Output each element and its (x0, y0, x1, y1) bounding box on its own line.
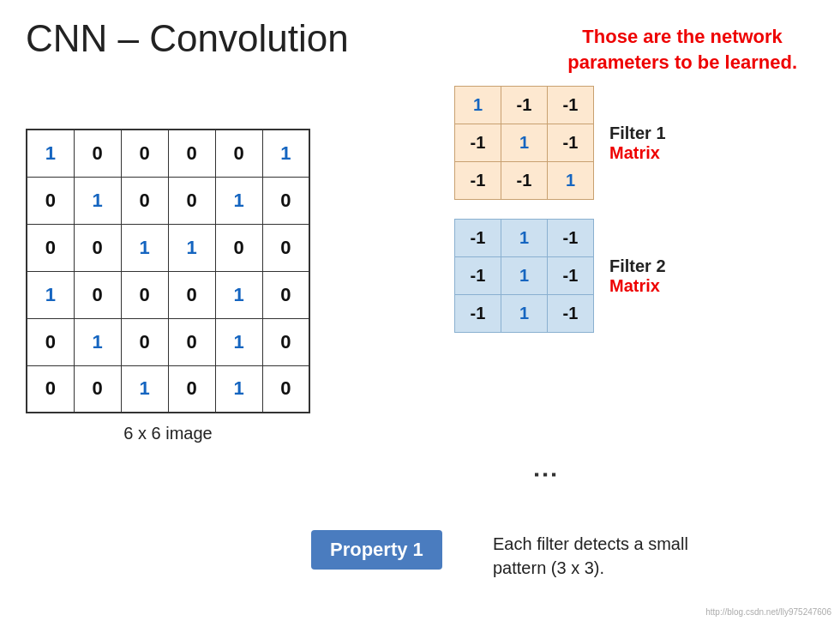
image-grid-cell: 1 (262, 130, 309, 177)
image-grid-cell: 1 (168, 224, 215, 271)
filter1-cell: 1 (501, 124, 548, 162)
filter1-cell: 1 (548, 162, 594, 200)
image-grid-cell: 0 (262, 318, 309, 365)
network-params-line2: parameters to be learned. (567, 51, 797, 73)
image-grid: 100001010010001100100010010010001010 (26, 129, 310, 413)
property-badge: Property 1 (311, 530, 442, 570)
image-grid-cell: 0 (168, 177, 215, 224)
image-grid-cell: 0 (27, 224, 74, 271)
image-grid-cell: 0 (27, 318, 74, 365)
image-grid-cell: 1 (215, 318, 262, 365)
image-grid-cell: 0 (262, 224, 309, 271)
filter1-cell: -1 (548, 87, 594, 124)
image-grid-cell: 1 (27, 130, 74, 177)
image-grid-label: 6 x 6 image (26, 424, 310, 443)
image-grid-cell: 0 (121, 271, 168, 318)
image-grid-cell: 1 (121, 224, 168, 271)
filter2-matrix-label: Matrix (609, 276, 666, 296)
filter1-label: Filter 1 Matrix (609, 124, 666, 163)
image-grid-container: 100001010010001100100010010010001010 6 x… (26, 129, 310, 443)
filter1-cell: -1 (548, 124, 594, 162)
image-grid-cell: 1 (121, 365, 168, 413)
image-grid-cell: 0 (74, 130, 121, 177)
filter1-cell: 1 (455, 87, 501, 124)
image-grid-cell: 0 (74, 271, 121, 318)
page-title: CNN – Convolution (26, 17, 349, 60)
filter2-cell: -1 (455, 295, 501, 333)
filter1-cell: -1 (455, 124, 501, 162)
image-grid-cell: 1 (215, 177, 262, 224)
filter1-block: 1-1-1-11-1-1-11 Filter 1 Matrix (454, 86, 666, 200)
image-grid-cell: 0 (262, 365, 309, 413)
filter1-name: Filter 1 (609, 124, 666, 143)
image-grid-cell: 0 (215, 130, 262, 177)
image-grid-cell: 1 (74, 318, 121, 365)
property-desc-line1: Each filter detects a small (493, 534, 688, 553)
filter2-cell: -1 (548, 295, 594, 333)
image-grid-cell: 0 (121, 318, 168, 365)
filter2-block: -11-1-11-1-11-1 Filter 2 Matrix (454, 219, 666, 333)
property-description: Each filter detects a small pattern (3 x… (493, 532, 688, 580)
image-grid-cell: 0 (121, 177, 168, 224)
filter2-cell: -1 (455, 257, 501, 295)
filter2-name: Filter 2 (609, 256, 666, 276)
ellipsis-dots: ⋮ (531, 463, 560, 489)
filter2-cell: 1 (501, 257, 548, 295)
image-grid-cell: 0 (168, 271, 215, 318)
filter2-cell: -1 (455, 220, 501, 257)
filter2-cell: -1 (548, 220, 594, 257)
filter1-matrix: 1-1-1-11-1-1-11 (454, 86, 594, 200)
image-grid-cell: 0 (168, 365, 215, 413)
image-grid-cell: 0 (27, 177, 74, 224)
property-desc-line2: pattern (3 x 3). (493, 558, 604, 577)
image-grid-cell: 0 (74, 365, 121, 413)
image-grid-cell: 1 (215, 365, 262, 413)
image-grid-cell: 0 (121, 130, 168, 177)
filter2-label: Filter 2 Matrix (609, 256, 666, 296)
filter2-matrix: -11-1-11-1-11-1 (454, 219, 594, 333)
image-grid-cell: 0 (262, 271, 309, 318)
image-grid-cell: 0 (168, 130, 215, 177)
image-grid-cell: 1 (215, 271, 262, 318)
image-grid-cell: 0 (74, 224, 121, 271)
filter1-matrix-label: Matrix (609, 143, 666, 163)
filter2-cell: -1 (548, 257, 594, 295)
filter2-cell: 1 (501, 220, 548, 257)
image-grid-cell: 1 (27, 271, 74, 318)
image-grid-cell: 0 (262, 177, 309, 224)
network-params-line1: Those are the network (582, 26, 783, 47)
network-params-text: Those are the network parameters to be l… (567, 24, 797, 75)
filter1-cell: -1 (501, 87, 548, 124)
filters-area: 1-1-1-11-1-1-11 Filter 1 Matrix -11-1-11… (454, 86, 666, 352)
filter1-cell: -1 (501, 162, 548, 200)
image-grid-cell: 0 (215, 224, 262, 271)
filter1-cell: -1 (455, 162, 501, 200)
image-grid-cell: 1 (74, 177, 121, 224)
filter2-cell: 1 (501, 295, 548, 333)
image-grid-cell: 0 (168, 318, 215, 365)
watermark: http://blog.csdn.net/lly975247606 (705, 607, 831, 617)
image-grid-cell: 0 (27, 365, 74, 413)
